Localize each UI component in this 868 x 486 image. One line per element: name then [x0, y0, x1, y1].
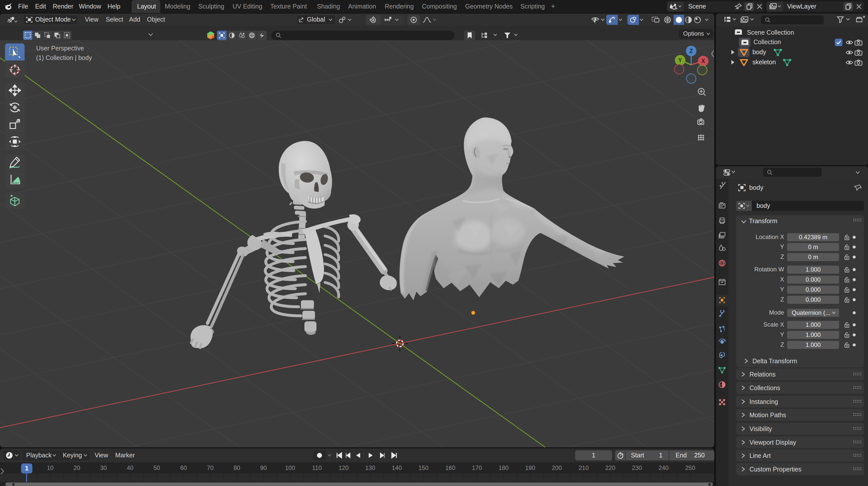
svg-text:X: X [701, 58, 705, 64]
svg-text:Y: Y [678, 57, 682, 64]
svg-text:Z: Z [689, 48, 693, 54]
